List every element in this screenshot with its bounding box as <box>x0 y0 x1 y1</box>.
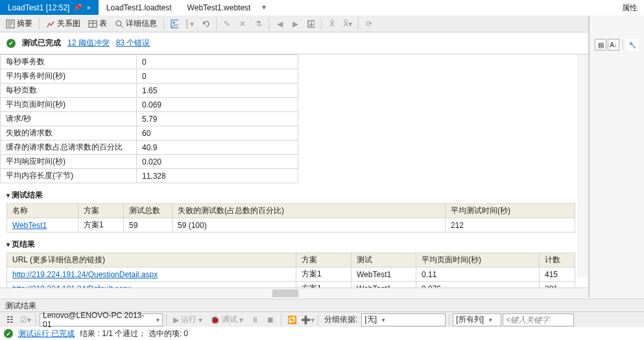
checklist-icon: ☑▾ <box>18 314 32 326</box>
stop-icon: ⏹ <box>263 314 278 326</box>
errors-link[interactable]: 83 个错误 <box>116 38 150 49</box>
th-avg: 平均测试时间(秒) <box>446 204 575 218</box>
svg-point-10 <box>173 21 175 23</box>
tab-webtest-file[interactable]: WebTest1.webtest <box>180 0 259 15</box>
grid-button: ▾ <box>183 18 197 30</box>
properties-pane: ▤ A↓ 🔧 <box>589 16 644 298</box>
summary-button[interactable]: 摘要 <box>3 17 36 30</box>
svg-rect-11 <box>187 20 188 23</box>
edit-button: ✎ <box>220 18 234 30</box>
search-input[interactable]: <键入关键字 <box>503 313 574 326</box>
tab-label: LoadTest1 [12:52] <box>8 3 69 12</box>
test-link[interactable]: WebTest1 <box>12 221 47 230</box>
metric-row: 平均内容长度(字节)11,328 <box>1 169 298 183</box>
columns-selector[interactable]: [所有列] <box>453 313 501 326</box>
delete-button: ✕ <box>235 18 250 30</box>
debug-button: 🐞 调试 ▾ <box>207 313 246 326</box>
metric-row: 平均响应时间(秒)0.020 <box>1 155 298 169</box>
pause-icon: ⏸ <box>248 314 262 326</box>
status-text: 结果 : 1/1 个通过； 选中的项: 0 <box>80 328 188 339</box>
content-area[interactable]: 每秒事务数0平均事务时间(秒)0每秒页数1.65平均页面时间(秒)0.069请求… <box>0 54 588 288</box>
categorized-icon[interactable]: ▤ <box>595 39 606 51</box>
alphabetical-icon[interactable]: A↓ <box>608 39 619 51</box>
group-icon[interactable]: ☷ <box>3 314 17 326</box>
svg-point-7 <box>116 21 121 26</box>
image-toggle-button[interactable] <box>167 18 182 30</box>
excel2-button: X̄▾ <box>340 18 355 30</box>
bottom-toolbar: ☷ ☑▾ Lenovo@LENOVO-PC 2013-01 ▶ 运行 ▾ 🐞 调… <box>0 312 644 327</box>
bottom-panel-title: 测试结果 <box>5 300 36 312</box>
success-icon: ✓ <box>6 39 16 48</box>
bottom-status-bar: ✓ 测试运行 已完成 结果 : 1/1 个通过； 选中的项: 0 <box>0 327 644 340</box>
threshold-link[interactable]: 12 阈值冲突 <box>67 38 110 49</box>
filter-button: ⚗ <box>251 18 265 30</box>
svg-rect-13 <box>187 25 188 28</box>
success-icon: ✓ <box>4 329 13 338</box>
section-test-results[interactable]: 测试结果 <box>0 183 588 203</box>
tab-label: WebTest1.webtest <box>187 3 251 12</box>
metric-row: 每秒事务数0 <box>1 55 298 69</box>
th-plan: 方案 <box>78 204 124 218</box>
run-selector[interactable]: Lenovo@LENOVO-PC 2013-01 <box>40 313 163 326</box>
reset-button[interactable] <box>198 18 213 30</box>
nav-fwd-button: ▶ <box>288 18 302 30</box>
tab-label: LoadTest1.loadtest <box>106 3 172 12</box>
metric-row: 失败的请求数60 <box>1 126 298 141</box>
th-test: 测试 <box>352 253 416 267</box>
table-button[interactable]: 表 <box>85 17 110 30</box>
th-name: 名称 <box>7 204 78 218</box>
status-row: ✓ 测试已完成 12 阈值冲突 83 个错误 <box>0 32 588 54</box>
detail-button[interactable]: 详细信息 <box>112 17 160 30</box>
vertical-scrollbar[interactable] <box>578 54 588 277</box>
url-link[interactable]: http://219.224.191.24/QuestionDetail.asp… <box>12 270 158 279</box>
add-icon: ➕▾ <box>300 314 315 326</box>
table-row[interactable]: WebTest1 方案1 59 59 (100) 212 <box>7 218 575 232</box>
graph-button[interactable]: 关系图 <box>43 17 84 30</box>
summary-metrics-table: 每秒事务数0平均事务时间(秒)0每秒页数1.65平均页面时间(秒)0.069请求… <box>0 54 298 183</box>
export-button[interactable] <box>304 18 318 30</box>
tab-loadtest-file[interactable]: LoadTest1.loadtest <box>99 0 180 15</box>
th-count: 计数 <box>540 253 575 267</box>
nav-back-button: ◀ <box>272 18 287 30</box>
metric-row: 缓存的请求数占总请求数的百分比40.9 <box>1 141 298 155</box>
wrench-icon[interactable]: 🔧 <box>626 39 638 51</box>
tab-overflow-icon[interactable]: ▾ <box>258 0 270 15</box>
repeat-icon[interactable]: 🔁 <box>285 314 299 326</box>
group-by-selector[interactable]: [无] <box>361 313 446 326</box>
metric-row: 平均页面时间(秒)0.069 <box>1 98 298 112</box>
horizontal-scrollbar[interactable] <box>0 288 588 298</box>
metric-row: 请求/秒5.79 <box>1 112 298 126</box>
th-avg: 平均页面时间(秒) <box>416 253 540 267</box>
page-results-table: URL (更多详细信息的链接) 方案 测试 平均页面时间(秒) 计数 http:… <box>6 253 575 288</box>
th-plan: 方案 <box>296 253 352 267</box>
th-url: URL (更多详细信息的链接) <box>7 253 296 267</box>
group-by-label: 分组依据: <box>322 314 360 325</box>
properties-panel-title: 属性 <box>615 0 644 15</box>
status-done-label: 测试已完成 <box>22 38 61 49</box>
table-row[interactable]: http://219.224.191.24/QuestionDetail.asp… <box>7 267 575 282</box>
th-total: 测试总数 <box>124 204 173 218</box>
th-failed: 失败的测试数(占总数的百分比) <box>173 204 446 218</box>
table-row[interactable]: http://219.224.191.24/Default.aspx方案1Web… <box>7 282 575 288</box>
result-toolbar: 摘要 关系图 表 详细信息 ▾ ✎ ✕ ⚗ ◀ ▶ X̄ X̄▾ ⟳ <box>0 16 588 32</box>
svg-line-8 <box>121 25 123 28</box>
excel1-button: X̄ <box>325 18 339 30</box>
document-tabs: LoadTest1 [12:52] 📌 × LoadTest1.loadtest… <box>0 0 644 16</box>
tab-loadtest1-run[interactable]: LoadTest1 [12:52] 📌 × <box>0 0 99 15</box>
section-page-results[interactable]: 页结果 <box>0 232 588 253</box>
close-icon[interactable]: × <box>86 4 90 12</box>
run-button: ▶ 运行 ▾ <box>170 313 206 326</box>
refresh-button: ⟳ <box>362 18 376 30</box>
metric-row: 平均事务时间(秒)0 <box>1 69 298 84</box>
test-run-link[interactable]: 测试运行 已完成 <box>18 328 75 339</box>
test-results-table: 名称 方案 测试总数 失败的测试数(占总数的百分比) 平均测试时间(秒) Web… <box>6 203 575 232</box>
pin-icon[interactable]: 📌 <box>73 3 82 12</box>
metric-row: 每秒页数1.65 <box>1 84 298 98</box>
